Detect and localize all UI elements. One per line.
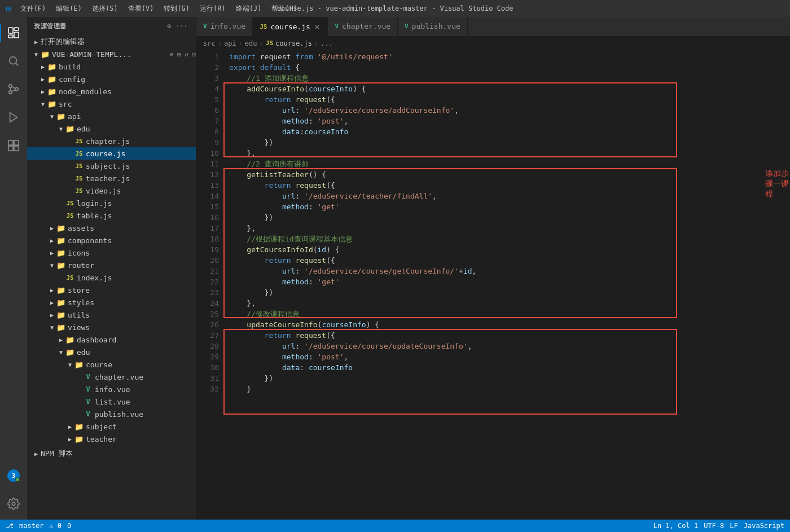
menu-file[interactable]: 文件(F) [16,3,51,15]
search-icon[interactable] [0,47,27,74]
line-ending[interactable]: LF [730,522,738,530]
sidebar-item-src[interactable]: ▼ 📁 src [27,98,196,110]
tab-course-js[interactable]: JS course.js ✕ [253,17,328,36]
menu-terminal[interactable]: 终端(J) [231,3,266,15]
sidebar-item-subject[interactable]: ▶ 📁 subject [27,420,196,433]
npm-scripts-section[interactable]: ▶ NPM 脚本 [27,447,196,460]
window-title: course.js - vue-admin-template-master - … [276,5,513,12]
menu-edit[interactable]: 编辑(E) [51,3,86,15]
sidebar-item-course-js[interactable]: ▶ JS course.js [27,147,196,160]
code-editor[interactable]: 12345 678910 1112131415 1617181920 21222… [196,50,790,520]
code-content[interactable]: 添加步骤一课程 为后面做准备 import request from '@/ut… [223,50,790,520]
language[interactable]: JavaScript [744,522,784,530]
sidebar-item-router-index-js[interactable]: ▶ JS index.js [27,271,196,284]
errors-count[interactable]: ⚠ 0 [49,522,62,530]
sidebar-item-chapter-vue[interactable]: ▶ V chapter.vue [27,371,196,383]
sidebar-item-node-modules[interactable]: ▶ 📁 node_modules [27,85,196,98]
sidebar-item-publish-vue[interactable]: ▶ V publish.vue [27,408,196,420]
code-line-11: //2 查询所有讲师 [223,159,790,169]
sidebar-item-store[interactable]: ▶ 📁 store [27,284,196,296]
menu-select[interactable]: 选择(S) [87,3,122,15]
sidebar-item-list-vue[interactable]: ▶ V list.vue [27,395,196,408]
svg-point-17 [12,502,15,505]
account-icon[interactable]: 3 [0,462,27,489]
sidebar-item-utils[interactable]: ▶ 📁 utils [27,309,196,321]
encoding[interactable]: UTF-8 [704,522,724,530]
run-icon[interactable] [0,104,27,131]
open-editors-section[interactable]: ▶ 打开的编辑器 [27,36,196,48]
info-vue-label: info.vue [95,385,196,394]
breadcrumb-sep4: › [314,39,318,47]
subject-folder-icon: 📁 [74,422,84,431]
edu-folder-icon: 📁 [65,124,74,133]
sidebar-item-icons[interactable]: ▶ 📁 icons [27,247,196,259]
settings-icon[interactable] [0,490,27,517]
sidebar-item-chapter-js[interactable]: ▶ JS chapter.js [27,135,196,147]
tab-info-vue[interactable]: V info.vue [196,17,253,36]
publish-vue-tab-icon: V [405,23,409,30]
sidebar-item-video-js[interactable]: ▶ JS video.js [27,184,196,197]
more-options-icon[interactable]: ··· [175,21,189,31]
warnings-count[interactable]: 0 [67,522,71,530]
views-course-arrow: ▼ [65,362,74,368]
sidebar-item-info-vue[interactable]: ▶ V info.vue [27,383,196,395]
sidebar-item-views[interactable]: ▼ 📁 views [27,321,196,333]
avatar: 3 [7,469,20,482]
node-modules-folder-icon: 📁 [47,87,56,96]
tab-publish-vue[interactable]: V publish.vue [398,17,468,36]
sidebar-item-subject-js[interactable]: ▶ JS subject.js [27,160,196,172]
code-line-17: }, [223,223,790,234]
breadcrumb-api[interactable]: api [224,39,236,47]
code-line-29: method: 'post', [223,351,790,362]
breadcrumb-edu[interactable]: edu [245,39,257,47]
extensions-icon[interactable] [0,132,27,159]
sidebar-item-router[interactable]: ▼ 📁 router [27,259,196,271]
store-folder-icon: 📁 [56,285,65,294]
breadcrumb-current[interactable]: course.js [275,39,312,47]
sidebar-item-login-js[interactable]: ▶ JS login.js [27,197,196,209]
breadcrumb-dots[interactable]: ... [321,39,333,47]
utils-folder-icon: 📁 [56,310,65,319]
sidebar-item-views-edu-course[interactable]: ▼ 📁 course [27,358,196,371]
svg-rect-16 [8,146,13,151]
open-editors-label: 打开的编辑器 [41,37,196,47]
sidebar-item-edu[interactable]: ▼ 📁 edu [27,122,196,135]
code-line-10: }, [223,148,790,159]
router-label: router [68,261,196,270]
chapter-vue-label: chapter.vue [95,373,196,381]
explorer-icon[interactable] [0,19,27,46]
code-line-16: }) [223,212,790,223]
sidebar-item-build[interactable]: ▶ 📁 build [27,60,196,73]
sidebar-item-assets[interactable]: ▶ 📁 assets [27,222,196,234]
status-left: ⎇ master ⚠ 0 0 [6,522,71,530]
sidebar-item-dashboard[interactable]: ▶ 📁 dashboard [27,333,196,346]
breadcrumb-src[interactable]: src [203,39,216,47]
code-line-5: return request({ [223,94,790,105]
menu-run[interactable]: 运行(R) [195,3,230,15]
tab-chapter-vue[interactable]: V chapter.vue [328,17,398,36]
sidebar-item-table-js[interactable]: ▶ JS table.js [27,209,196,222]
sidebar-item-teacher-js[interactable]: ▶ JS teacher.js [27,172,196,184]
menu-goto[interactable]: 转到(G) [159,3,194,15]
sidebar-item-views-edu[interactable]: ▼ 📁 edu [27,346,196,358]
login-js-label: login.js [77,199,196,208]
sidebar-item-components[interactable]: ▶ 📁 components [27,234,196,247]
code-line-19: getCourseInfoId(id) { [223,244,790,255]
sidebar-item-api[interactable]: ▼ 📁 api [27,110,196,122]
line-col[interactable]: Ln 1, Col 1 [653,522,698,530]
sidebar-item-config[interactable]: ▶ 📁 config [27,73,196,85]
sidebar-content: ▶ 打开的编辑器 ▼ 📁 VUE-ADMIN-TEMPL... ⊕ ⊞ ↺ ⊡ … [27,36,196,520]
sidebar-item-views-teacher[interactable]: ▶ 📁 teacher [27,433,196,445]
source-control-icon[interactable] [0,76,27,103]
project-root[interactable]: ▼ 📁 VUE-ADMIN-TEMPL... ⊕ ⊞ ↺ ⊡ [27,48,196,60]
menu-view[interactable]: 查看(V) [124,3,159,15]
new-file-icon[interactable]: ⊕ [166,21,173,31]
code-line-1: import request from '@/utils/request' [223,51,790,62]
git-branch[interactable]: master [19,522,43,530]
components-label: components [68,236,196,245]
open-editors-arrow: ▶ [32,39,41,45]
code-line-2: export default { [223,62,790,73]
course-js-tab-close[interactable]: ✕ [314,21,321,32]
code-line-27: return request({ [223,330,790,341]
sidebar-item-styles[interactable]: ▶ 📁 styles [27,296,196,309]
